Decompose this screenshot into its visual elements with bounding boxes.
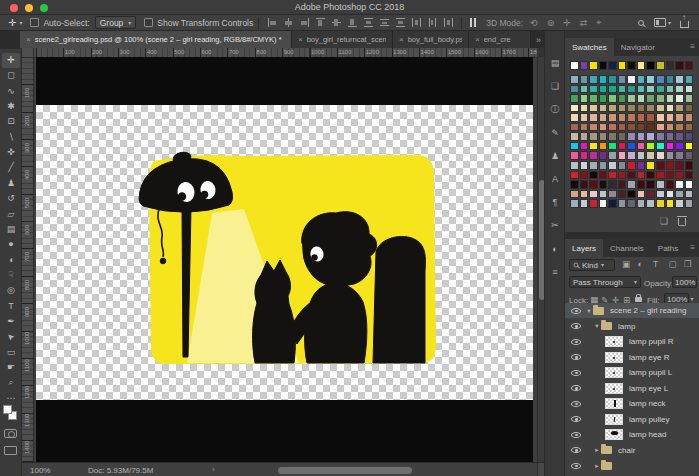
visibility-eye-icon[interactable] xyxy=(571,416,581,422)
color-swatch[interactable] xyxy=(589,75,598,84)
color-swatch[interactable] xyxy=(570,113,579,122)
close-tab-icon[interactable]: × xyxy=(475,35,480,44)
color-swatch[interactable] xyxy=(589,113,598,122)
color-swatch[interactable] xyxy=(608,171,617,180)
color-swatch[interactable] xyxy=(618,190,627,199)
close-tab-icon[interactable]: × xyxy=(298,35,303,44)
group-expand-chevron[interactable]: ▸ xyxy=(593,462,601,470)
color-swatch[interactable] xyxy=(599,171,608,180)
color-swatch[interactable] xyxy=(580,142,589,151)
color-swatch[interactable] xyxy=(675,104,684,113)
color-swatch[interactable] xyxy=(685,180,694,189)
color-swatch[interactable] xyxy=(685,199,694,208)
layer-thumbnail[interactable] xyxy=(605,398,623,409)
color-swatch[interactable] xyxy=(599,132,608,141)
color-swatch[interactable] xyxy=(675,85,684,94)
color-swatch[interactable] xyxy=(627,113,636,122)
color-swatch[interactable] xyxy=(685,151,694,160)
auto-select-dropdown[interactable]: Group▾ xyxy=(95,16,137,29)
color-swatch[interactable] xyxy=(599,113,608,122)
color-swatch[interactable] xyxy=(599,161,608,170)
document-canvas[interactable] xyxy=(36,57,533,462)
visibility-eye-icon[interactable] xyxy=(571,308,581,314)
layer-thumbnail[interactable] xyxy=(605,414,623,425)
color-swatch[interactable] xyxy=(637,161,646,170)
color-swatch[interactable] xyxy=(570,94,579,103)
color-swatch[interactable] xyxy=(570,180,579,189)
dodge-tool[interactable]: ◖ xyxy=(2,253,20,268)
color-swatch[interactable] xyxy=(637,142,646,151)
document-tab-4[interactable]: ×end_cre xyxy=(469,31,531,48)
color-swatch[interactable] xyxy=(589,104,598,113)
color-swatch[interactable] xyxy=(646,171,655,180)
recent-swatch[interactable] xyxy=(618,61,627,70)
color-swatch[interactable] xyxy=(675,199,684,208)
color-swatch[interactable] xyxy=(618,199,627,208)
eraser-tool[interactable]: ▱ xyxy=(2,207,20,222)
color-swatch[interactable] xyxy=(637,123,646,132)
color-swatch[interactable] xyxy=(580,104,589,113)
color-swatch[interactable] xyxy=(666,75,675,84)
recent-swatch[interactable] xyxy=(580,61,589,70)
color-swatch[interactable] xyxy=(570,104,579,113)
color-swatch[interactable] xyxy=(637,85,646,94)
distribute-bottom-edges-icon[interactable] xyxy=(396,18,405,27)
filter-pixel-layers-icon[interactable]: ▣ xyxy=(622,260,630,269)
color-swatch[interactable] xyxy=(589,132,598,141)
foreground-color-swatch[interactable] xyxy=(3,405,12,414)
color-swatch[interactable] xyxy=(599,75,608,84)
color-swatch[interactable] xyxy=(627,151,636,160)
color-swatch[interactable] xyxy=(646,94,655,103)
visibility-eye-icon[interactable] xyxy=(571,354,581,360)
color-swatch[interactable] xyxy=(685,171,694,180)
info-panel-icon[interactable]: ⓘ xyxy=(545,101,565,117)
color-swatch[interactable] xyxy=(685,161,694,170)
color-swatch[interactable] xyxy=(580,199,589,208)
layer-row[interactable]: lamp pulley xyxy=(565,412,699,427)
color-swatch[interactable] xyxy=(599,180,608,189)
visibility-eye-icon[interactable] xyxy=(571,463,581,469)
color-swatch[interactable] xyxy=(618,104,627,113)
chevron-down-icon[interactable]: ▾ xyxy=(668,20,671,26)
color-swatch[interactable] xyxy=(570,142,579,151)
recent-swatch[interactable] xyxy=(637,61,646,70)
color-swatch[interactable] xyxy=(627,75,636,84)
recent-swatch[interactable] xyxy=(599,61,608,70)
marquee-tool[interactable]: ◻ xyxy=(2,68,20,83)
color-swatch[interactable] xyxy=(646,113,655,122)
color-swatch[interactable] xyxy=(608,142,617,151)
color-swatch[interactable] xyxy=(637,94,646,103)
group-expand-chevron[interactable]: ▾ xyxy=(585,307,593,315)
color-swatch[interactable] xyxy=(637,113,646,122)
color-swatch[interactable] xyxy=(675,190,684,199)
color-swatch[interactable] xyxy=(637,180,646,189)
align-horizontal-centers-icon[interactable] xyxy=(284,18,293,27)
visibility-eye-icon[interactable] xyxy=(571,432,581,438)
color-swatch[interactable] xyxy=(608,85,617,94)
align-left-edges-icon[interactable] xyxy=(268,18,277,27)
color-swatch[interactable] xyxy=(646,151,655,160)
color-swatch[interactable] xyxy=(618,151,627,160)
screen-mode-icon[interactable] xyxy=(4,446,17,455)
color-swatch[interactable] xyxy=(685,75,694,84)
color-swatch[interactable] xyxy=(656,161,665,170)
horizontal-scrollbar-thumb[interactable] xyxy=(278,467,412,474)
color-swatch[interactable] xyxy=(646,142,655,151)
color-swatch[interactable] xyxy=(646,123,655,132)
recent-swatch[interactable] xyxy=(589,61,598,70)
filter-smart-objects-icon[interactable]: ❒ xyxy=(684,260,692,269)
layer-row[interactable]: lamp eye L xyxy=(565,381,699,396)
libraries-panel-icon[interactable]: ✂ xyxy=(545,217,565,233)
color-swatch[interactable] xyxy=(608,113,617,122)
color-swatch[interactable] xyxy=(599,85,608,94)
type-tool[interactable]: T xyxy=(2,299,20,314)
visibility-eye-icon[interactable] xyxy=(571,401,581,407)
document-tab-1[interactable]: ×scene2_girlreading.psd @ 100% (scene 2 … xyxy=(20,31,292,48)
visibility-eye-icon[interactable] xyxy=(571,447,581,453)
color-swatch[interactable] xyxy=(656,180,665,189)
recent-swatch[interactable] xyxy=(570,61,579,70)
color-swatch[interactable] xyxy=(685,94,694,103)
recent-swatch[interactable] xyxy=(685,61,694,70)
color-swatch[interactable] xyxy=(627,104,636,113)
color-swatch[interactable] xyxy=(599,104,608,113)
